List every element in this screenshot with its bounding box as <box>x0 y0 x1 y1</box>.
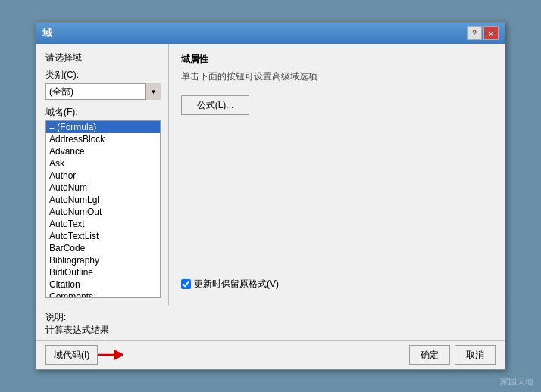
field-list-item[interactable]: Comments <box>46 291 160 297</box>
preserve-format-label: 更新时保留原格式(V) <box>194 278 279 291</box>
description-area: 说明: 计算表达式结果 <box>36 306 505 340</box>
formula-button[interactable]: 公式(L)... <box>181 95 249 115</box>
preserve-format-checkbox[interactable] <box>181 279 191 289</box>
category-select-wrapper: (全部) ▼ <box>45 83 161 100</box>
buttons-area: 域代码(I) 确定 取消 <box>36 340 505 369</box>
field-list-item[interactable]: Ask <box>46 157 160 170</box>
description-text: 计算表达式结果 <box>45 324 496 337</box>
field-list-item[interactable]: Citation <box>46 278 160 291</box>
field-list-item[interactable]: BarCode <box>46 242 160 254</box>
field-code-button[interactable]: 域代码(I) <box>45 345 98 365</box>
field-list-item[interactable]: AutoNumOut <box>46 206 160 218</box>
dialog-body: 请选择域 类别(C): (全部) ▼ 域名(F): = (Formula)Add… <box>36 44 505 306</box>
field-list-item[interactable]: = (Formula) <box>46 121 160 133</box>
field-list-item[interactable]: Author <box>46 170 160 182</box>
section-title: 请选择域 <box>45 51 161 64</box>
category-label: 类别(C): <box>45 69 161 82</box>
title-bar: 域 ? ✕ <box>36 23 505 44</box>
action-buttons: 确定 取消 <box>409 345 496 365</box>
footer-area: 说明: 计算表达式结果 域代码(I) 确定 <box>36 306 505 369</box>
close-button[interactable]: ✕ <box>483 26 499 40</box>
title-bar-buttons: ? ✕ <box>467 26 499 40</box>
left-panel: 请选择域 类别(C): (全部) ▼ 域名(F): = (Formula)Add… <box>36 44 169 306</box>
field-list-item[interactable]: Advance <box>46 145 160 157</box>
category-select[interactable]: (全部) <box>45 83 161 100</box>
field-list-item[interactable]: AutoText <box>46 218 160 230</box>
cancel-button[interactable]: 取消 <box>455 345 496 365</box>
field-list-item[interactable]: AddressBlock <box>46 133 160 145</box>
field-list-item[interactable]: AutoNumLgl <box>46 194 160 206</box>
right-panel: 域属性 单击下面的按钮可设置高级域选项 公式(L)... 更新时保留原格式(V) <box>169 44 505 306</box>
field-list-item[interactable]: AutoNum <box>46 182 160 194</box>
preserve-format-section: 更新时保留原格式(V) <box>181 278 493 291</box>
right-panel-subtitle: 单击下面的按钮可设置高级域选项 <box>181 70 493 83</box>
field-list-item[interactable]: Bibliography <box>46 254 160 266</box>
field-list-item[interactable]: AutoTextList <box>46 230 160 242</box>
description-label: 说明: <box>45 311 496 324</box>
field-list-wrapper: = (Formula)AddressBlockAdvanceAskAuthorA… <box>45 120 161 298</box>
field-name-label: 域名(F): <box>45 106 161 119</box>
field-list: = (Formula)AddressBlockAdvanceAskAuthorA… <box>46 121 160 297</box>
field-list-item[interactable]: BidiOutline <box>46 266 160 278</box>
watermark: 家园天地 <box>500 376 533 387</box>
right-panel-title: 域属性 <box>181 53 493 66</box>
red-arrow-icon <box>96 348 123 362</box>
main-dialog: 域 ? ✕ 请选择域 类别(C): (全部) ▼ 域名(F): = (Formu… <box>36 22 505 370</box>
help-button[interactable]: ? <box>467 26 482 40</box>
dialog-title: 域 <box>42 26 52 40</box>
ok-button[interactable]: 确定 <box>409 345 450 365</box>
